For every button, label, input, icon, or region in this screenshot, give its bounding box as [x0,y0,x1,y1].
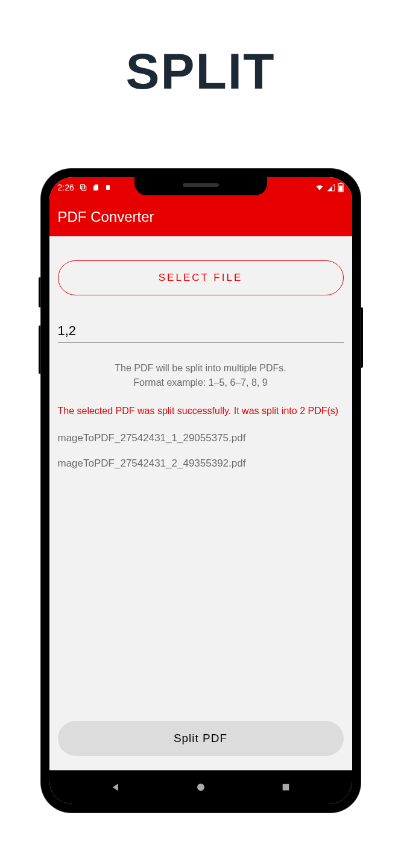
svg-rect-4 [339,183,341,184]
split-pdf-button[interactable]: Split PDF [58,721,344,756]
svg-point-6 [197,784,204,791]
battery-icon [338,183,344,192]
app-title: PDF Converter [58,209,154,225]
select-file-button[interactable]: SELECT FILE [58,260,344,295]
svg-rect-0 [81,186,86,190]
svg-rect-2 [106,185,110,190]
output-file-item[interactable]: mageToPDF_27542431_2_49355392.pdf [58,458,344,470]
copy-icon [79,183,87,192]
output-file-item[interactable]: mageToPDF_27542431_1_29055375.pdf [58,432,344,444]
recents-button[interactable] [281,782,291,792]
promo-title: SPLIT [0,42,401,101]
success-message: The selected PDF was split successfully.… [58,404,344,418]
phone-frame: 2:26 [41,169,361,813]
status-time: 2:26 [58,183,74,192]
svg-rect-1 [80,184,84,189]
page-range-input[interactable] [58,319,344,343]
svg-rect-7 [282,784,289,791]
usb-icon [104,183,112,192]
sd-card-icon [92,183,99,192]
wifi-icon [315,183,324,192]
signal-icon [327,183,335,192]
back-button[interactable] [110,782,121,793]
phone-side-button [361,307,363,368]
svg-rect-5 [339,186,343,192]
phone-notch [134,177,267,195]
app-header: PDF Converter [49,198,352,236]
main-content: SELECT FILE The PDF will be split into m… [49,236,352,768]
home-button[interactable] [195,782,206,793]
android-nav-bar [49,770,352,804]
format-hint: The PDF will be split into multiple PDFs… [58,361,344,390]
phone-screen: 2:26 [49,177,352,804]
phone-mockup: 2:26 [41,169,361,813]
